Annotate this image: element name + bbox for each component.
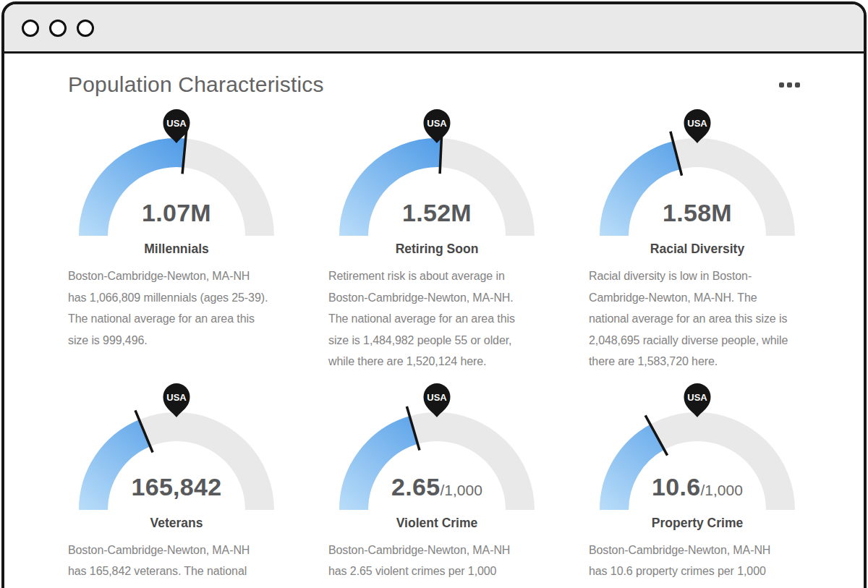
gauge-label: Violent Crime	[328, 516, 545, 531]
description-line: has 1,066,809 millennials (ages 25-39).	[68, 287, 285, 309]
usa-pin-label: USA	[687, 118, 707, 129]
gauge-description: Boston-Cambridge-Newton, MA-NHhas 2.65 v…	[328, 540, 545, 582]
gauge-value: 1.52M	[328, 199, 545, 227]
description-line: size is 1,484,982 people 55 or older,	[328, 330, 545, 351]
description-line: has 10.6 property crimes per 1,000	[589, 561, 806, 582]
browser-window: Population Characteristics USA 1.07M Mil…	[1, 1, 867, 588]
ellipsis-dot	[779, 82, 784, 88]
gauge-label: Racial Diversity	[589, 242, 806, 257]
gauge-value-suffix: /1,000	[700, 482, 742, 498]
gauge-card-racial-diversity: USA 1.58M Racial Diversity Racial divers…	[589, 106, 806, 372]
description-line: there are 1,583,720 here.	[589, 351, 806, 372]
gauge-chart: USA 1.52M	[328, 106, 545, 237]
page-header: Population Characteristics	[68, 72, 800, 97]
gauge-value: 1.07M	[68, 199, 285, 227]
gauge-description: Boston-Cambridge-Newton, MA-NHhas 10.6 p…	[589, 540, 806, 582]
page-title: Population Characteristics	[68, 72, 324, 97]
gauge-chart: USA 165,842	[68, 380, 285, 511]
description-line: 2,048,695 racially diverse people, while	[589, 330, 806, 351]
description-line: has 165,842 veterans. The national	[68, 561, 285, 582]
gauge-value: 1.58M	[589, 199, 806, 227]
gauge-chart: USA 2.65/1,000	[328, 380, 545, 511]
usa-pin-label: USA	[687, 391, 707, 402]
description-line: size is 999,496.	[68, 330, 285, 351]
gauge-grid: USA 1.07M Millennials Boston-Cambridge-N…	[68, 106, 800, 582]
description-line: Cambridge-Newton, MA-NH. The	[589, 287, 806, 309]
gauge-description: Boston-Cambridge-Newton, MA-NHhas 1,066,…	[68, 265, 285, 351]
usa-pin-marker: USA	[424, 109, 451, 143]
description-line: Boston-Cambridge-Newton, MA-NH	[68, 540, 285, 561]
usa-pin-marker: USA	[163, 383, 190, 417]
usa-pin-label: USA	[427, 391, 447, 402]
window-control-maximize-button[interactable]	[77, 20, 94, 37]
gauge-description: Racial diversity is low in Boston-Cambri…	[589, 265, 806, 372]
gauge-value: 165,842	[68, 473, 285, 501]
description-line: while there are 1,520,124 here.	[328, 351, 545, 372]
gauge-description: Boston-Cambridge-Newton, MA-NHhas 165,84…	[68, 540, 285, 582]
gauge-value: 10.6/1,000	[589, 473, 806, 501]
description-line: Retirement risk is about average in	[328, 265, 545, 287]
page-content: Population Characteristics USA 1.07M Mil…	[4, 54, 864, 582]
window-control-minimize-button[interactable]	[49, 20, 67, 37]
ellipsis-dot	[787, 82, 792, 88]
description-line: Racial diversity is low in Boston-	[589, 265, 806, 287]
description-line: Boston-Cambridge-Newton, MA-NH.	[328, 287, 545, 309]
usa-pin-marker: USA	[424, 383, 451, 417]
gauge-card-retiring-soon: USA 1.52M Retiring Soon Retirement risk …	[328, 106, 545, 372]
gauge-chart: USA 1.07M	[68, 106, 285, 237]
description-line: Boston-Cambridge-Newton, MA-NH	[328, 540, 545, 561]
ellipsis-dot	[795, 82, 800, 88]
gauge-chart: USA 10.6/1,000	[589, 380, 806, 511]
gauge-description: Retirement risk is about average inBosto…	[328, 265, 545, 372]
gauge-chart: USA 1.58M	[589, 106, 806, 237]
description-line: The national average for an area this	[68, 308, 285, 330]
gauge-card-veterans: USA 165,842 Veterans Boston-Cambridge-Ne…	[68, 380, 285, 582]
description-line: has 2.65 violent crimes per 1,000	[328, 561, 545, 582]
description-line: The national average for an area this	[328, 308, 545, 330]
window-control-close-button[interactable]	[22, 20, 39, 37]
usa-pin-label: USA	[427, 118, 447, 129]
usa-pin-marker: USA	[684, 383, 711, 417]
gauge-value: 2.65/1,000	[328, 473, 545, 501]
usa-pin-label: USA	[166, 391, 187, 402]
gauge-card-violent-crime: USA 2.65/1,000 Violent Crime Boston-Camb…	[328, 380, 545, 582]
ellipsis-menu-icon[interactable]	[779, 78, 800, 92]
gauge-label: Retiring Soon	[328, 242, 545, 257]
gauge-card-millennials: USA 1.07M Millennials Boston-Cambridge-N…	[68, 106, 285, 372]
gauge-label: Millennials	[68, 242, 285, 257]
gauge-label: Veterans	[68, 516, 285, 531]
gauge-label: Property Crime	[589, 516, 806, 531]
description-line: national average for an area this size i…	[589, 308, 806, 330]
gauge-card-property-crime: USA 10.6/1,000 Property Crime Boston-Cam…	[589, 380, 806, 582]
gauge-value-suffix: /1,000	[440, 482, 482, 498]
description-line: Boston-Cambridge-Newton, MA-NH	[68, 265, 285, 287]
screenshot-stage: Population Characteristics USA 1.07M Mil…	[0, 0, 868, 588]
usa-pin-label: USA	[166, 118, 187, 129]
usa-pin-marker: USA	[684, 109, 711, 143]
description-line: Boston-Cambridge-Newton, MA-NH	[589, 540, 806, 561]
window-titlebar	[4, 4, 864, 54]
